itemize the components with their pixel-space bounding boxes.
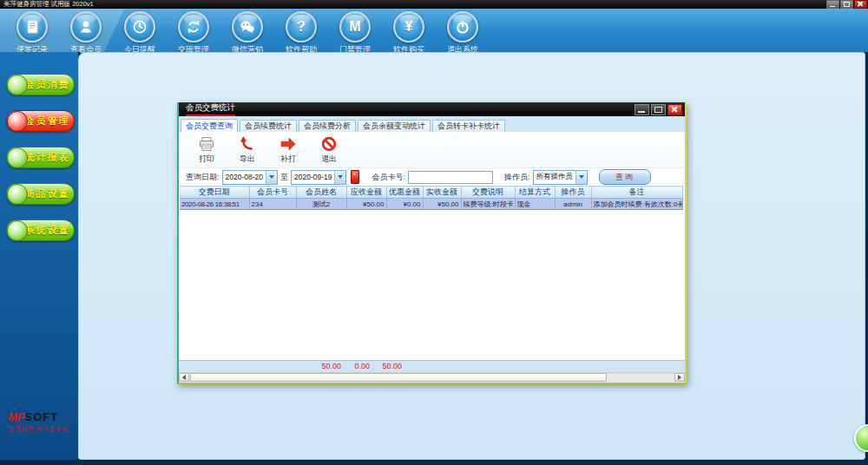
export-label: 导出: [240, 154, 255, 165]
toolbar-item-wechat-marketing[interactable]: 微信营销: [227, 9, 268, 56]
minimize-button[interactable]: [826, 0, 839, 9]
card-number-input[interactable]: [408, 171, 493, 184]
column-header[interactable]: 交费日期: [180, 187, 249, 199]
window-title: 美萍健身房管理 试用版 2020v1: [0, 0, 826, 9]
main-toolbar: 便签记录 查看会员 今日提醒: [0, 9, 868, 52]
cell-discount: ¥0.00: [386, 199, 423, 210]
tab-renewal-stats[interactable]: 会员续费统计: [240, 120, 297, 132]
column-header[interactable]: 会员卡号: [249, 187, 296, 199]
dialog-titlebar[interactable]: 会员交费统计: [179, 102, 685, 116]
table-row[interactable]: 2020-08-26 16:38:51 234 测试2 ¥50.00 ¥0.00…: [180, 199, 682, 210]
toolbar-item-view-members[interactable]: 查看会员: [65, 9, 107, 56]
toolbar-item-shift-management[interactable]: 交班管理: [173, 9, 214, 56]
toolbar-item-today-reminders[interactable]: 今日提醒: [119, 9, 161, 56]
exit-icon: [320, 135, 338, 153]
window-titlebar: 美萍健身房管理 试用版 2020v1: [0, 0, 868, 9]
totals-bar: 50.00 0.00 50.00: [179, 360, 685, 372]
horizontal-scrollbar[interactable]: [179, 372, 685, 383]
dialog-minimize-button[interactable]: [635, 104, 649, 115]
operator-select[interactable]: 所有操作员: [533, 170, 589, 185]
dialog-title: 会员交费统计: [186, 102, 235, 116]
exit-button[interactable]: 退出: [320, 135, 338, 165]
sidebar-item-system-settings[interactable]: 系统设置: [6, 219, 75, 241]
member-icon: [70, 11, 102, 43]
yen-icon: ¥: [393, 11, 424, 43]
scroll-right-arrow-icon[interactable]: [674, 373, 685, 382]
cell-pay-note: 续费等级:时段卡: [461, 199, 515, 210]
total-paid: 50.00: [362, 362, 402, 370]
tab-card-transfer-stats[interactable]: 会员转卡补卡统计: [432, 120, 505, 132]
sidebar-item-member-manage[interactable]: 会员管理: [6, 110, 75, 132]
column-header[interactable]: 操作员: [555, 187, 591, 199]
vendor-logo: MPSOFT 管理软件 美萍是专家: [8, 409, 69, 434]
clock-icon: [124, 11, 155, 43]
cell-pay-date: 2020-08-26 16:38:51: [180, 199, 249, 210]
cell-card-no: 234: [249, 199, 296, 210]
date-range-label: 查询日期:: [186, 172, 220, 183]
tab-renewal-analysis[interactable]: 会员续费分析: [299, 120, 356, 132]
date-from-select[interactable]: 2020-08-20: [222, 170, 278, 185]
column-header[interactable]: 备注: [591, 187, 682, 199]
card-number-label: 会员卡号:: [372, 172, 405, 183]
wechat-icon: [232, 11, 263, 43]
reprint-button[interactable]: 补打: [279, 135, 297, 165]
cell-amount-due: ¥50.00: [346, 199, 386, 210]
column-header[interactable]: 应收金额: [346, 187, 386, 199]
note-icon: [16, 11, 48, 43]
exit-label: 退出: [321, 154, 337, 165]
content-area: 会员交费统计 会员交费查询 会员续费统计 会员续费分析 会员余额变动统计 会员转…: [78, 52, 865, 460]
power-icon: [447, 11, 478, 43]
sidebar-item-member-consume[interactable]: 会员消费: [6, 74, 75, 95]
application-window: 美萍健身房管理 试用版 2020v1 便签记录: [0, 0, 868, 465]
print-icon: [198, 135, 215, 153]
search-button[interactable]: 查询: [599, 169, 651, 185]
chevron-down-icon[interactable]: [575, 171, 587, 184]
cell-member-name: 测试2: [296, 199, 346, 210]
letter-m-icon: M: [339, 11, 371, 43]
column-header[interactable]: 优惠金额: [386, 187, 423, 199]
toolbar-item-exit-system[interactable]: 退出系统: [442, 9, 483, 56]
question-icon: ?: [286, 11, 317, 43]
vendor-slogan: 管理软件 美萍是专家: [8, 425, 69, 434]
sidebar: 会员消费 会员管理 统计报表 商品设置 系统设置 MPSOFT 管理软件 美萍是…: [0, 52, 78, 460]
to-label: 至: [280, 172, 288, 183]
toolbar-item-notes[interactable]: 便签记录: [11, 9, 53, 56]
dialog-maximize-button[interactable]: [651, 104, 666, 115]
scroll-left-arrow-icon[interactable]: [179, 373, 189, 382]
table-header-row: 交费日期 会员卡号 会员姓名 应收金额 优惠金额 实收金额 交费说明 结算方式 …: [180, 187, 682, 199]
cell-remark: 添加会员时续费:有效次数:0有效天数:30: [591, 199, 682, 210]
sidebar-item-goods-settings[interactable]: 商品设置: [6, 183, 75, 205]
dialog-toolbar: 打印 导出: [179, 132, 685, 168]
sync-icon: [178, 11, 209, 43]
column-header[interactable]: 交费说明: [461, 187, 515, 199]
scrollbar-thumb[interactable]: [190, 373, 607, 382]
cell-operator: admin: [555, 199, 591, 210]
print-label: 打印: [199, 154, 214, 165]
chevron-down-icon[interactable]: [334, 171, 345, 184]
export-button[interactable]: 导出: [239, 135, 256, 165]
column-header[interactable]: 会员姓名: [296, 187, 346, 199]
payment-table: 交费日期 会员卡号 会员姓名 应收金额 优惠金额 实收金额 交费说明 结算方式 …: [180, 186, 683, 210]
query-bar: 查询日期: 2020-08-20 至 2020-09-19 会员卡号: 操作员:…: [179, 168, 685, 186]
dialog-close-button[interactable]: [667, 104, 682, 115]
chevron-down-icon[interactable]: [266, 171, 277, 184]
maximize-button[interactable]: [840, 0, 853, 9]
toolbar-item-software-help[interactable]: ? 软件帮助: [280, 9, 322, 56]
column-header[interactable]: 结算方式: [515, 187, 555, 199]
sidebar-item-statistics-reports[interactable]: 统计报表: [6, 147, 75, 168]
operator-label: 操作员:: [504, 172, 530, 183]
tab-payment-query[interactable]: 会员交费查询: [181, 119, 238, 132]
table-body-empty-area: [179, 210, 685, 360]
print-button[interactable]: 打印: [198, 135, 215, 165]
reprint-icon: [279, 135, 297, 153]
dialog-member-payment-stats: 会员交费统计 会员交费查询 会员续费统计 会员续费分析 会员余额变动统计 会员转…: [177, 102, 687, 384]
reprint-label: 补打: [280, 154, 296, 165]
export-icon: [239, 135, 256, 153]
tab-balance-change-stats[interactable]: 会员余额变动统计: [358, 120, 431, 132]
calendar-marker-icon[interactable]: [351, 170, 359, 184]
close-button[interactable]: [854, 0, 867, 9]
toolbar-item-door-access[interactable]: M 门禁管理: [334, 9, 376, 56]
toolbar-item-software-purchase[interactable]: ¥ 软件购买: [388, 9, 430, 56]
date-to-select[interactable]: 2020-09-19: [291, 170, 346, 185]
column-header[interactable]: 实收金额: [423, 187, 461, 199]
